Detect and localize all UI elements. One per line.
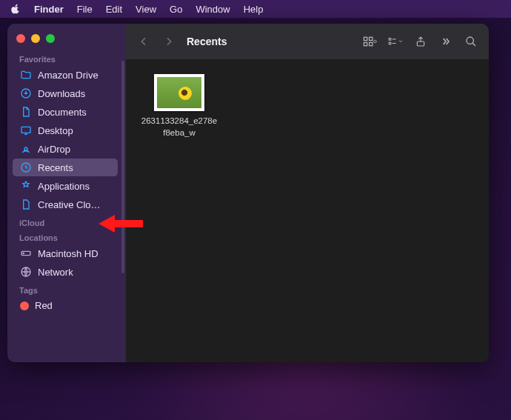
sidebar-item-label: Network bbox=[38, 267, 73, 278]
sidebar-item-airdrop[interactable]: AirDrop bbox=[13, 140, 118, 158]
menu-help[interactable]: Help bbox=[244, 4, 264, 15]
sidebar-item-documents[interactable]: Documents bbox=[13, 103, 118, 121]
close-window-button[interactable] bbox=[16, 34, 25, 43]
back-button[interactable] bbox=[136, 34, 151, 49]
sidebar-item-applications[interactable]: Applications bbox=[13, 177, 118, 195]
menu-view[interactable]: View bbox=[136, 4, 156, 15]
sidebar-item-macintosh-hd[interactable]: Macintosh HD bbox=[13, 244, 118, 262]
sidebar-item-label: Applications bbox=[38, 181, 90, 192]
sidebar-item-tag-red[interactable]: Red bbox=[13, 297, 118, 314]
airdrop-icon bbox=[20, 143, 32, 155]
sidebar-item-label: Recents bbox=[38, 162, 73, 173]
svg-rect-9 bbox=[364, 42, 367, 45]
svg-rect-7 bbox=[364, 37, 367, 40]
toolbar: Recents bbox=[126, 24, 489, 59]
forward-button[interactable] bbox=[161, 34, 176, 49]
sidebar-item-label: Amazon Drive bbox=[38, 70, 98, 81]
sidebar-section-favorites: Favorites bbox=[7, 50, 123, 65]
svg-rect-8 bbox=[370, 37, 373, 40]
disk-icon bbox=[20, 247, 32, 259]
folder-icon bbox=[20, 69, 32, 81]
sidebar-item-amazon-drive[interactable]: Amazon Drive bbox=[13, 66, 118, 84]
sidebar-item-label: Creative Clo… bbox=[38, 199, 101, 210]
menubar: Finder File Edit View Go Window Help bbox=[0, 0, 511, 18]
menu-file[interactable]: File bbox=[77, 4, 93, 15]
svg-rect-12 bbox=[389, 42, 391, 44]
desktop: Favorites Amazon Drive Downloads Documen… bbox=[0, 18, 511, 420]
sidebar-item-label: Red bbox=[35, 300, 53, 311]
share-button[interactable] bbox=[413, 34, 428, 49]
sidebar-item-label: Downloads bbox=[38, 88, 85, 99]
menu-edit[interactable]: Edit bbox=[106, 4, 122, 15]
window-controls bbox=[7, 31, 126, 50]
svg-rect-13 bbox=[417, 41, 424, 46]
sidebar-item-label: Desktop bbox=[38, 125, 73, 136]
desktop-icon bbox=[20, 124, 32, 136]
sidebar-item-desktop[interactable]: Desktop bbox=[13, 121, 118, 139]
icon-view-button[interactable] bbox=[363, 34, 378, 49]
sidebar-item-label: AirDrop bbox=[38, 144, 70, 155]
svg-rect-11 bbox=[389, 39, 391, 41]
globe-icon bbox=[20, 266, 32, 278]
sidebar-section-tags: Tags bbox=[7, 281, 123, 296]
sidebar-item-creative-cloud[interactable]: Creative Clo… bbox=[13, 196, 118, 213]
window-title: Recents bbox=[187, 36, 227, 47]
sidebar: Favorites Amazon Drive Downloads Documen… bbox=[7, 24, 126, 362]
sidebar-item-label: Documents bbox=[38, 107, 87, 118]
svg-rect-10 bbox=[370, 42, 373, 45]
sidebar-item-network[interactable]: Network bbox=[13, 263, 118, 281]
sidebar-item-downloads[interactable]: Downloads bbox=[13, 84, 118, 102]
file-grid[interactable]: 2631133284_e278ef8eba_w bbox=[126, 59, 489, 362]
menubar-app-name[interactable]: Finder bbox=[34, 4, 64, 15]
file-thumbnail bbox=[154, 74, 204, 111]
apps-icon bbox=[20, 180, 32, 192]
menu-go[interactable]: Go bbox=[170, 4, 182, 15]
menu-window[interactable]: Window bbox=[196, 4, 230, 15]
svg-rect-1 bbox=[21, 127, 30, 133]
minimize-window-button[interactable] bbox=[31, 34, 40, 43]
svg-point-14 bbox=[467, 37, 473, 44]
apple-menu-icon[interactable] bbox=[10, 4, 21, 14]
sidebar-item-recents[interactable]: Recents bbox=[13, 159, 118, 176]
clock-icon bbox=[20, 161, 32, 173]
sidebar-section-icloud: iCloud bbox=[7, 214, 123, 229]
svg-point-5 bbox=[23, 253, 24, 253]
file-item[interactable]: 2631133284_e278ef8eba_w bbox=[141, 74, 218, 139]
file-icon bbox=[20, 199, 32, 210]
fullscreen-window-button[interactable] bbox=[46, 34, 55, 43]
tag-dot-icon bbox=[20, 301, 29, 310]
main-area: Recents 2631133284_e278ef8eba_w bbox=[126, 24, 489, 362]
search-button[interactable] bbox=[464, 34, 478, 49]
download-icon bbox=[20, 87, 32, 99]
sidebar-scroll[interactable]: Favorites Amazon Drive Downloads Documen… bbox=[7, 50, 126, 362]
sidebar-section-locations: Locations bbox=[7, 229, 123, 244]
finder-window: Favorites Amazon Drive Downloads Documen… bbox=[7, 24, 489, 362]
group-view-button[interactable] bbox=[388, 34, 403, 49]
sidebar-item-label: Macintosh HD bbox=[38, 248, 98, 259]
overflow-button[interactable] bbox=[438, 34, 453, 49]
file-name-label: 2631133284_e278ef8eba_w bbox=[141, 116, 218, 139]
document-icon bbox=[20, 106, 32, 118]
